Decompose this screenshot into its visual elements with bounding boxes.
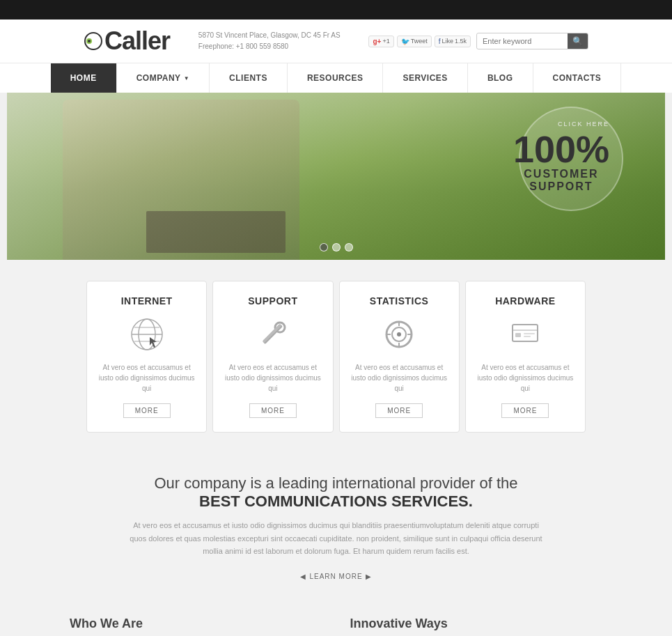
svg-rect-21 — [515, 333, 521, 337]
bottom-section: Who We Are ✓ Call center services At ver… — [0, 603, 672, 636]
feature-internet-more-btn[interactable]: MORE — [123, 403, 171, 418]
feature-statistics-title: STATISTICS — [351, 295, 448, 307]
feature-hardware-more-btn[interactable]: MORE — [501, 403, 549, 418]
twitter-btn[interactable]: 🐦 Tweet — [397, 36, 432, 47]
social-buttons: g+ +1 🐦 Tweet f Like 1.5k — [368, 36, 471, 47]
hero-support: SUPPORT — [513, 180, 609, 193]
facebook-btn[interactable]: f Like 1.5k — [435, 36, 471, 47]
feature-internet-title: INTERNET — [98, 295, 195, 307]
logo-text: Caller — [104, 26, 170, 56]
nav-item-resources[interactable]: RESOURCES — [288, 63, 384, 93]
search-button[interactable]: 🔍 — [568, 33, 588, 49]
feature-hardware-title: HARDWARE — [477, 295, 574, 307]
hero-percent: 100% — [513, 130, 609, 168]
innovative-ways-col: Innovative Ways At vero eos et accusamus… — [350, 616, 603, 636]
hero-dot-2[interactable] — [332, 243, 341, 251]
about-text: At vero eos et accusamus et iusto odio d… — [127, 519, 545, 558]
feature-internet-icon — [127, 315, 166, 354]
header-address: 5870 St Vincent Place, Glasgow, DC 45 Fr… — [198, 30, 341, 52]
logo-icon — [84, 31, 103, 51]
twitter-label: Tweet — [411, 38, 428, 45]
feature-statistics-text: At vero eos et accusamus et iusto odio d… — [351, 362, 448, 394]
features-section: INTERNET At vero eos et accusamus et ius… — [0, 260, 672, 453]
nav-inner: HOME COMPANY ▼ CLIENTS RESOURCES SERVICE… — [51, 63, 622, 93]
feature-hardware-icon — [506, 315, 545, 354]
google-icon: g+ — [373, 38, 381, 45]
hero-customer: CUSTOMER — [513, 168, 609, 180]
hero-pagination — [320, 243, 353, 251]
nav-item-home[interactable]: HOME — [51, 63, 117, 93]
feature-statistics-more-btn[interactable]: MORE — [375, 403, 423, 418]
learn-more-link[interactable]: ◀ LEARN MORE ▶ — [300, 573, 371, 580]
svg-point-14 — [397, 332, 401, 336]
hero-dot-1[interactable] — [320, 243, 328, 251]
feature-support-more-btn[interactable]: MORE — [249, 403, 297, 418]
top-bar — [0, 0, 672, 20]
feature-support-text: At vero eos et accusamus et iusto odio d… — [224, 362, 321, 394]
hero-dot-3[interactable] — [345, 243, 353, 251]
google-plus-btn[interactable]: g+ +1 — [368, 36, 393, 47]
about-section: Our company is a leading international p… — [0, 453, 672, 603]
feature-support-title: SUPPORT — [224, 295, 321, 307]
chevron-left-icon: ◀ — [300, 573, 306, 580]
feature-hardware: HARDWARE At vero eos et accusamus et ius… — [465, 281, 586, 433]
hero-desk-image — [146, 211, 286, 253]
feature-internet: INTERNET At vero eos et accusamus et ius… — [86, 281, 207, 433]
facebook-count: 1.5k — [455, 38, 467, 45]
hero-section: CLICK HERE 100% CUSTOMER SUPPORT — [7, 93, 665, 260]
logo[interactable]: Caller — [84, 26, 170, 56]
feature-internet-text: At vero eos et accusamus et iusto odio d… — [98, 362, 195, 394]
feature-hardware-text: At vero eos et accusamus et iusto odio d… — [477, 362, 574, 394]
feature-support-icon — [253, 315, 292, 354]
nav-item-contacts[interactable]: CONTACTS — [533, 63, 622, 93]
google-count: +1 — [382, 38, 389, 45]
header-right: g+ +1 🐦 Tweet f Like 1.5k 🔍 — [368, 33, 588, 49]
nav-item-blog[interactable]: BLOG — [468, 63, 533, 93]
svg-point-2 — [88, 40, 91, 42]
nav-item-clients[interactable]: CLIENTS — [210, 63, 288, 93]
svg-marker-8 — [150, 337, 157, 348]
facebook-icon: f — [439, 38, 441, 45]
facebook-label: Like — [442, 38, 453, 45]
feature-support: SUPPORT At vero eos et accusamus et iust… — [212, 281, 333, 433]
svg-rect-23 — [524, 336, 531, 337]
who-we-are-title: Who We Are — [70, 616, 322, 631]
navigation: HOME COMPANY ▼ CLIENTS RESOURCES SERVICE… — [0, 63, 672, 93]
feature-statistics: STATISTICS At vero eos et accusamus et i… — [339, 281, 460, 433]
about-title: Our company is a leading international p… — [111, 474, 561, 511]
svg-rect-11 — [262, 323, 281, 343]
hero-content: CLICK HERE 100% CUSTOMER SUPPORT — [513, 121, 609, 193]
hero-click-here: CLICK HERE — [513, 121, 609, 127]
search-input[interactable] — [477, 34, 568, 48]
search-box: 🔍 — [476, 33, 588, 49]
header: Caller 5870 St Vincent Place, Glasgow, D… — [0, 20, 672, 63]
chevron-right-icon: ▶ — [366, 573, 372, 580]
chevron-down-icon: ▼ — [184, 75, 189, 82]
twitter-icon: 🐦 — [401, 38, 409, 45]
nav-item-company[interactable]: COMPANY ▼ — [117, 63, 210, 93]
svg-rect-22 — [524, 333, 535, 334]
feature-statistics-icon — [380, 315, 419, 354]
innovative-title: Innovative Ways — [350, 616, 603, 631]
who-we-are-col: Who We Are ✓ Call center services At ver… — [70, 616, 322, 636]
nav-item-services[interactable]: SERVICES — [383, 63, 467, 93]
